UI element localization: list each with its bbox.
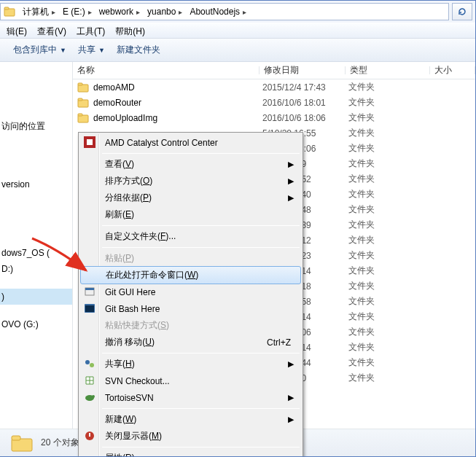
context-menu: AMD Catalyst Control Center 查看(V)▶ 排序方式(… [78,132,303,457]
ctx-amd[interactable]: AMD Catalyst Control Center [80,134,301,151]
ctx-paste: 粘贴(P) [80,250,301,267]
ctx-undo[interactable]: 撤消 移动(U)Ctrl+Z [80,334,301,351]
svg-rect-46 [85,288,94,290]
separator [102,153,300,154]
submenu-arrow-icon: ▶ [288,359,294,369]
menu-edit[interactable]: 辑(E) [1,23,32,38]
ctx-new[interactable]: 新建(W)▶ [80,411,301,428]
ctx-label: 撤消 移动(U) [105,336,155,348]
crumb-label: yuanbo [147,7,176,17]
crumb-computer[interactable]: 计算机▸ [18,4,58,20]
sidebar-item-d[interactable]: D:) [0,261,72,277]
menu-tools[interactable]: 工具(T) [71,23,110,38]
row-type: 文件夹 [348,173,433,185]
ctx-git-bash[interactable]: Git Bash Here [80,300,301,317]
row-type: 文件夹 [348,203,433,216]
ctx-open-cmd-here[interactable]: 在此处打开命令窗口(W) [80,266,301,284]
ctx-label: 排序方式(O) [105,175,152,187]
sidebar-item-recent[interactable]: 访问的位置 [0,117,72,136]
table-row[interactable]: demoAMD2015/12/4 17:43文件夹 [73,79,475,95]
svg-point-52 [92,395,95,398]
ctx-shortcut: Ctrl+Z [267,337,291,348]
new-folder-button[interactable]: 新建文件夹 [111,41,166,60]
row-type: 文件夹 [348,356,433,369]
crumb-yuanbo[interactable]: yuanbo▸ [143,4,185,20]
ctx-properties[interactable]: 属性(R) [80,450,301,457]
col-type[interactable]: 类型 [346,64,430,77]
table-row[interactable]: demoUploadImg2016/10/6 18:06文件夹 [73,110,475,125]
row-type: 文件夹 [348,341,433,354]
tbtn-label: 包含到库中 [13,44,57,56]
svg-point-49 [85,360,90,364]
col-name[interactable]: 名称 [73,64,260,77]
menu-bar: 辑(E) 查看(V) 工具(T) 帮助(H) [0,23,475,39]
row-type: 文件夹 [348,81,433,93]
submenu-arrow-icon: ▶ [288,193,294,203]
share-button[interactable]: 共享▼ [72,41,111,60]
address-bar: 计算机▸ E (E:)▸ webwork▸ yuanbo▸ AboutNodej… [0,1,475,23]
ctx-refresh[interactable]: 刷新(E) [80,206,301,223]
share-icon [84,358,95,370]
ctx-label: 属性(R) [105,452,135,457]
svg-rect-1 [4,7,9,9]
ctx-group[interactable]: 分组依据(P)▶ [80,190,301,206]
sidebar-item-g[interactable]: OVO (G:) [0,316,72,332]
svg-point-50 [90,363,94,367]
crumb-aboutnodejs[interactable]: AboutNodejs▸ [185,4,249,20]
ctx-customize[interactable]: 自定义文件夹(F)... [80,228,301,245]
row-name: demoRouter [93,98,262,108]
ctx-sort[interactable]: 排序方式(O)▶ [80,173,301,190]
crumb-drive-e[interactable]: E (E:)▸ [58,4,95,20]
ctx-close-display[interactable]: 关闭显示器(M) [80,428,301,445]
sidebar-item-version[interactable]: version [0,176,72,192]
command-bar: 包含到库中▼ 共享▼ 新建文件夹 [0,39,475,62]
svg-rect-3 [78,83,82,85]
crumb-label: E (E:) [63,7,85,17]
nav-tree[interactable]: 访问的位置 version dows7_OS ( D:) ) OVO (G:) [0,62,73,429]
refresh-button[interactable] [452,3,472,20]
row-type: 文件夹 [348,112,433,124]
tbtn-label: 共享 [78,44,95,56]
submenu-arrow-icon: ▶ [288,176,294,186]
ctx-label: Git Bash Here [105,304,160,314]
ctx-tortoisesvn[interactable]: TortoiseSVN▶ [80,389,301,406]
submenu-arrow-icon: ▶ [288,160,294,169]
column-headers[interactable]: 名称 修改日期 类型 大小 [73,62,475,79]
sidebar-item-e-selected[interactable]: ) [0,289,72,305]
include-in-library-button[interactable]: 包含到库中▼ [7,41,72,60]
folder-icon [10,433,34,453]
svg-rect-5 [78,98,82,101]
monitor-off-icon [84,430,95,442]
ctx-git-gui[interactable]: Git GUI Here [80,284,301,300]
menu-view[interactable]: 查看(V) [32,23,71,38]
status-text: 20 个对象 [41,437,79,449]
row-type: 文件夹 [348,142,433,155]
svg-rect-7 [78,114,82,116]
row-type: 文件夹 [348,188,433,200]
row-type: 文件夹 [348,295,433,308]
crumb-webwork[interactable]: webwork▸ [95,4,143,20]
refresh-icon [456,6,468,17]
row-type: 文件夹 [348,372,433,384]
breadcrumb[interactable]: 计算机▸ E (E:)▸ webwork▸ yuanbo▸ AboutNodej… [0,3,449,20]
ctx-svn-checkout[interactable]: SVN Checkout... [80,372,301,389]
col-size[interactable]: 大小 [430,64,475,77]
menu-help[interactable]: 帮助(H) [110,23,150,38]
folder-icon [4,6,15,17]
row-date: 2015/12/4 17:43 [262,82,348,93]
row-date: 2016/10/6 18:01 [262,98,348,108]
col-date[interactable]: 修改日期 [260,64,346,77]
tortoise-icon [84,391,95,403]
ctx-view[interactable]: 查看(V)▶ [80,156,301,173]
ctx-label: 新建(W) [105,413,136,426]
chevron-right-icon: ▸ [179,8,182,16]
svg-rect-43 [12,436,20,440]
table-row[interactable]: demoRouter2016/10/6 18:01文件夹 [73,95,475,110]
ctx-share[interactable]: 共享(H)▶ [80,356,301,372]
separator [102,408,300,409]
ctx-label: 粘贴快捷方式(S) [105,319,169,332]
ctx-label: SVN Checkout... [105,376,170,386]
sidebar-item-os[interactable]: dows7_OS ( [0,245,72,261]
row-type: 文件夹 [348,265,433,277]
svg-rect-48 [85,305,94,312]
